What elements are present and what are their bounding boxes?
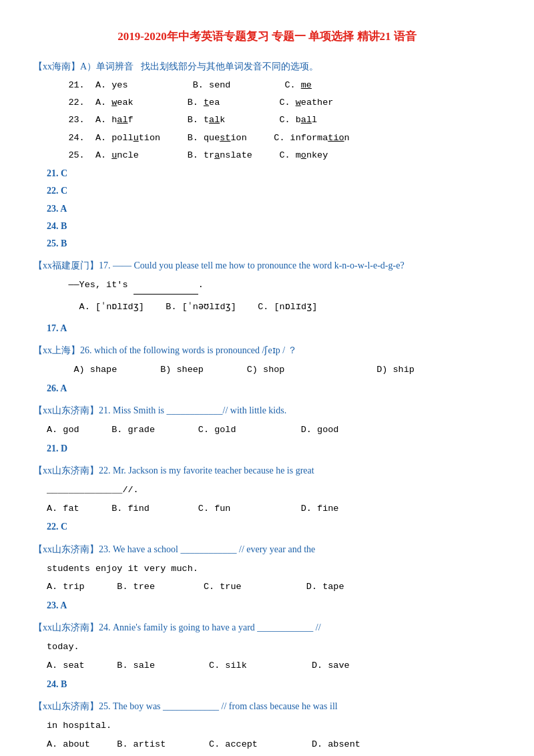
section-jinan23-header: 【xx山东济南】23. We have a school ___________…	[33, 541, 501, 558]
section-jinan24-header: 【xx山东济南】24. Annie's family is going to h…	[33, 619, 501, 636]
page-title: 2019-2020年中考英语专题复习 专题一 单项选择 精讲21 语音	[33, 27, 501, 47]
answers-hainan: 21. C 22. C 23. A 24. B 25. B	[47, 165, 501, 252]
answer-jinan21: 21. D	[47, 440, 501, 457]
section-jinan22-header: 【xx山东济南】22. Mr. Jackson is my favorite t…	[33, 462, 501, 479]
section-fujian-header: 【xx福建厦门】17. —— Could you please tell me …	[33, 257, 501, 274]
question-21: 21. A. yes B. send C. me	[47, 77, 501, 93]
jinan22-header2: ______________//.	[47, 482, 501, 499]
question-25: 25. A. uncle B. translate C. monkey	[47, 148, 501, 164]
jinan24-header2: today.	[47, 638, 501, 656]
answer-jinan22: 22. C	[47, 518, 501, 535]
section-jinan25: 【xx山东济南】25. The boy was ____________ // …	[33, 698, 501, 756]
bracket-xx: 【xx海南】	[33, 61, 80, 71]
section-fujian: 【xx福建厦门】17. —— Could you please tell me …	[33, 257, 501, 337]
section-hainan-header: 【xx海南】A）单词辨音 找出划线部分与其他单词发音不同的选项。	[33, 58, 501, 75]
answer-jinan23: 23. A	[47, 597, 501, 614]
jinan23-options: A. trip B. tree C. true D. tape	[47, 578, 501, 596]
jinan25-header2: in hospital.	[47, 717, 501, 735]
section-jinan21: 【xx山东济南】21. Miss Smith is ____________//…	[33, 402, 501, 457]
fujian-subtext: ——Yes, it's .	[47, 276, 501, 295]
jinan21-options: A. god B. grade C. gold D. good	[47, 421, 501, 439]
section-jinan23: 【xx山东济南】23. We have a school ___________…	[33, 541, 501, 614]
jinan22-options: A. fat B. find C. fun D. fine	[47, 500, 501, 518]
section-shanghai-header: 【xx上海】26. which of the following words i…	[33, 342, 501, 359]
section-hainan: 【xx海南】A）单词辨音 找出划线部分与其他单词发音不同的选项。 21. A. …	[33, 58, 501, 252]
jinan23-header2: students enjoy it very much.	[47, 560, 501, 578]
section-jinan21-header: 【xx山东济南】21. Miss Smith is ____________//…	[33, 402, 501, 419]
section-jinan25-header: 【xx山东济南】25. The boy was ____________ // …	[33, 698, 501, 715]
section-jinan22: 【xx山东济南】22. Mr. Jackson is my favorite t…	[33, 462, 501, 536]
question-24: 24. A. pollution B. question C. informat…	[47, 130, 501, 146]
answer-24: 24. B	[47, 218, 501, 234]
question-23: 23. A. half B. talk C. ball	[47, 112, 501, 128]
section-shanghai: 【xx上海】26. which of the following words i…	[33, 342, 501, 397]
answer-21: 21. C	[47, 165, 501, 182]
answer-jinan24: 24. B	[47, 676, 501, 693]
answer-shanghai-26: 26. A	[47, 380, 501, 397]
answer-fujian-17: 17. A	[47, 320, 501, 337]
answer-23: 23. A	[47, 200, 501, 217]
question-22: 22. A. weak B. tea C. weather	[47, 95, 501, 111]
answer-25: 25. B	[47, 235, 501, 252]
jinan24-options: A. seat B. sale C. silk D. save	[47, 657, 501, 675]
jinan25-options: A. about B. artist C. accept D. absent	[47, 736, 501, 753]
answer-22: 22. C	[47, 182, 501, 199]
shanghai-options: A) shape B) sheep C) shop D) ship	[47, 361, 501, 379]
fujian-phonetics: A. [ˈnɒlɪdʒ] B. [ˈnəʊlɪdʒ] C. [nɒlɪdʒ]	[47, 299, 501, 316]
section-jinan24: 【xx山东济南】24. Annie's family is going to h…	[33, 619, 501, 693]
